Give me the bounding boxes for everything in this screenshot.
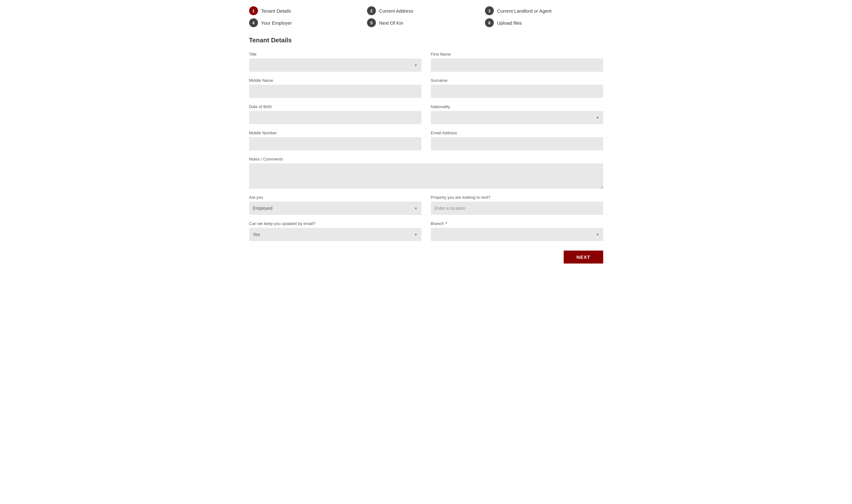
dob-label: Date of Birth — [249, 104, 422, 109]
title-select-wrapper[interactable]: Mr Mrs Ms Miss Dr Prof — [249, 58, 422, 72]
branch-label-text: Branch — [431, 221, 444, 226]
form-row-dob-nationality: Date of Birth Nationality — [249, 104, 603, 124]
stepper-label-upload-files: Upload files — [497, 20, 522, 25]
stepper-circle-2: 2 — [367, 6, 376, 15]
form-row-mobile-email: Mobile Number Email Address — [249, 130, 603, 150]
form-group-are-you: Are you Employed Self Employed Student U… — [249, 195, 422, 215]
page-title: Tenant Details — [249, 37, 603, 46]
first-name-label: First Name — [431, 52, 603, 57]
nationality-select-wrapper[interactable] — [431, 111, 603, 124]
nationality-label: Nationality — [431, 104, 603, 109]
form-group-email: Email Address — [431, 130, 603, 150]
email-updates-label: Can we keep you updated by email? — [249, 221, 422, 226]
stepper-circle-5: 5 — [367, 18, 376, 27]
branch-required-marker: * — [445, 221, 447, 226]
form-group-nationality: Nationality — [431, 104, 603, 124]
form-group-first-name: First Name — [431, 52, 603, 72]
stepper-number-4: 4 — [252, 20, 254, 25]
form-group-title: Title Mr Mrs Ms Miss Dr Prof — [249, 52, 422, 72]
stepper-item-your-employer[interactable]: 4 Your Employer — [249, 18, 367, 27]
form-group-notes: Notes / Comments — [249, 157, 603, 188]
stepper-number-2: 2 — [370, 8, 372, 13]
form-row-notes: Notes / Comments — [249, 157, 603, 188]
first-name-input[interactable] — [431, 58, 603, 72]
mobile-input[interactable] — [249, 137, 422, 150]
stepper-circle-3: 3 — [485, 6, 494, 15]
are-you-label: Are you — [249, 195, 422, 200]
email-updates-select-wrapper[interactable]: Yes No — [249, 228, 422, 241]
mobile-label: Mobile Number — [249, 130, 422, 135]
stepper-item-current-landlord[interactable]: 3 Current Landlord or Agent — [485, 6, 603, 15]
branch-select-wrapper[interactable] — [431, 228, 603, 241]
form-row-areyou-property: Are you Employed Self Employed Student U… — [249, 195, 603, 215]
stepper-circle-1: 1 — [249, 6, 258, 15]
form-group-dob: Date of Birth — [249, 104, 422, 124]
email-label: Email Address — [431, 130, 603, 135]
form-group-email-updates: Can we keep you updated by email? Yes No — [249, 221, 422, 241]
surname-input[interactable] — [431, 85, 603, 98]
stepper: 1 Tenant Details 2 Current Address 3 Cur… — [249, 6, 603, 27]
form-group-surname: Surname — [431, 78, 603, 98]
form-group-property: Property you are looking to rent? — [431, 195, 603, 215]
form-row-title-firstname: Title Mr Mrs Ms Miss Dr Prof First Name — [249, 52, 603, 72]
form-group-middle-name: Middle Name — [249, 78, 422, 98]
form-row-middle-surname: Middle Name Surname — [249, 78, 603, 98]
are-you-select[interactable]: Employed Self Employed Student Unemploye… — [249, 202, 422, 215]
next-button[interactable]: NEXT — [564, 251, 603, 264]
form-group-mobile: Mobile Number — [249, 130, 422, 150]
form-group-branch: Branch * — [431, 221, 603, 241]
stepper-item-current-address[interactable]: 2 Current Address — [367, 6, 485, 15]
stepper-label-tenant-details: Tenant Details — [261, 8, 291, 14]
middle-name-input[interactable] — [249, 85, 422, 98]
stepper-item-tenant-details[interactable]: 1 Tenant Details — [249, 6, 367, 15]
notes-label: Notes / Comments — [249, 157, 603, 161]
stepper-item-upload-files[interactable]: 6 Upload files — [485, 18, 603, 27]
stepper-number-3: 3 — [489, 8, 491, 13]
stepper-label-your-employer: Your Employer — [261, 20, 292, 25]
branch-select[interactable] — [431, 228, 603, 241]
form-row-email-updates-branch: Can we keep you updated by email? Yes No… — [249, 221, 603, 241]
stepper-circle-4: 4 — [249, 18, 258, 27]
are-you-select-wrapper[interactable]: Employed Self Employed Student Unemploye… — [249, 202, 422, 215]
page-container: 1 Tenant Details 2 Current Address 3 Cur… — [236, 0, 616, 283]
notes-textarea[interactable] — [249, 163, 603, 188]
stepper-circle-6: 6 — [485, 18, 494, 27]
title-label: Title — [249, 52, 422, 57]
footer-actions: NEXT — [249, 251, 603, 264]
stepper-number-1: 1 — [252, 8, 254, 13]
stepper-number-5: 5 — [370, 20, 372, 25]
middle-name-label: Middle Name — [249, 78, 422, 83]
nationality-select[interactable] — [431, 111, 603, 124]
stepper-label-current-address: Current Address — [379, 8, 413, 14]
title-select[interactable]: Mr Mrs Ms Miss Dr Prof — [249, 58, 422, 72]
email-input[interactable] — [431, 137, 603, 150]
property-label: Property you are looking to rent? — [431, 195, 603, 200]
stepper-number-6: 6 — [489, 20, 491, 25]
surname-label: Surname — [431, 78, 603, 83]
stepper-item-next-of-kin[interactable]: 5 Next Of Kin — [367, 18, 485, 27]
dob-input[interactable] — [249, 111, 422, 124]
branch-label: Branch * — [431, 221, 603, 226]
stepper-label-next-of-kin: Next Of Kin — [379, 20, 403, 25]
property-input[interactable] — [431, 202, 603, 215]
stepper-label-current-landlord: Current Landlord or Agent — [497, 8, 552, 14]
email-updates-select[interactable]: Yes No — [249, 228, 422, 241]
